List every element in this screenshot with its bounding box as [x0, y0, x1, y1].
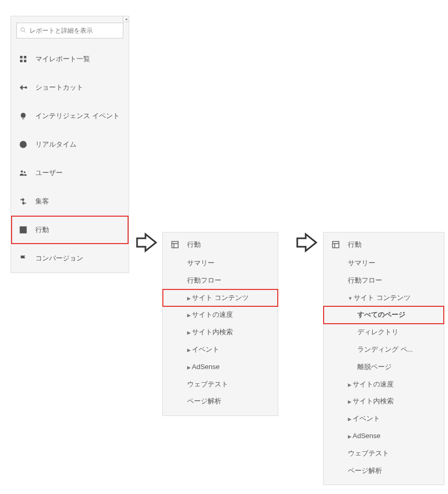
nav-item-label: ショートカット: [35, 83, 83, 92]
subsubmenu-item[interactable]: ランディング ペ...: [324, 341, 444, 359]
submenu-item-label: サマリー: [187, 259, 215, 267]
submenu-item[interactable]: ▶AdSense: [163, 359, 278, 376]
submenu-item[interactable]: サマリー: [163, 255, 278, 272]
submenu-item[interactable]: ▶サイトの速度: [163, 306, 278, 324]
collapse-icon[interactable]: ◂: [123, 16, 129, 22]
subsubmenu-item-label: ランディング ペ...: [357, 345, 413, 353]
submenu-item[interactable]: ▶AdSense: [324, 428, 444, 445]
shortcut-icon: [18, 83, 28, 92]
nav-item-shortcut[interactable]: ショートカット: [11, 73, 129, 102]
submenu-item-label: サイト コンテンツ: [192, 294, 249, 302]
submenu-item[interactable]: 行動フロー: [163, 272, 278, 289]
submenu-item[interactable]: ▼サイト コンテンツ: [324, 289, 444, 307]
nav-item-clock[interactable]: リアルタイム: [11, 130, 129, 159]
svg-rect-11: [20, 227, 26, 233]
svg-rect-3: [24, 56, 26, 59]
submenu-item-label: イベント: [192, 345, 219, 353]
submenu-item-label: サイト内検索: [353, 397, 394, 405]
submenu-item-label: イベント: [353, 414, 380, 422]
caret-right-icon: ▶: [348, 434, 352, 439]
svg-point-0: [21, 27, 25, 31]
bulb-icon: [18, 111, 28, 121]
nav-item-acquisition[interactable]: 集客: [11, 187, 129, 216]
submenu-item[interactable]: ページ解析: [163, 393, 278, 410]
submenu-item-label: サイト内検索: [192, 328, 233, 336]
search-input[interactable]: [30, 27, 120, 34]
nav-item-label: 集客: [35, 197, 49, 206]
flag-icon: [18, 254, 28, 263]
svg-rect-14: [172, 241, 178, 248]
caret-right-icon: ▶: [187, 330, 191, 335]
subsubmenu-item-label: ディレクトリ: [357, 328, 398, 336]
submenu-item[interactable]: ▶サイト内検索: [324, 393, 444, 410]
sidebar-panel-2: 行動 サマリー行動フロー▶サイト コンテンツ▶サイトの速度▶サイト内検索▶イベン…: [162, 232, 278, 416]
subsubmenu-item[interactable]: すべてのページ: [324, 306, 444, 324]
caret-right-icon: ▶: [187, 365, 191, 370]
subsubmenu-item-label: すべてのページ: [357, 311, 405, 318]
submenu-item-label: サイト コンテンツ: [354, 294, 411, 302]
caret-right-icon: ▶: [348, 382, 352, 388]
search-box[interactable]: [16, 23, 123, 38]
caret-right-icon: ▶: [348, 399, 352, 404]
submenu-item[interactable]: ▶イベント: [324, 410, 444, 428]
submenu-item-label: ウェブテスト: [187, 380, 228, 388]
nav-item-label: リアルタイム: [35, 140, 76, 149]
submenu-item[interactable]: ページ解析: [324, 462, 444, 480]
caret-right-icon: ▶: [187, 347, 191, 353]
behavior-icon: [170, 240, 180, 249]
arrow-icon: [136, 232, 157, 253]
svg-point-9: [21, 170, 23, 172]
nav-item-users[interactable]: ユーザー: [11, 159, 129, 187]
nav-item-dashboard[interactable]: マイレポート一覧: [11, 45, 129, 73]
subsubmenu-item[interactable]: ディレクトリ: [324, 324, 444, 341]
subsubmenu-item[interactable]: 離脱ページ: [324, 359, 444, 376]
submenu-item-label: サイトの速度: [353, 380, 394, 388]
clock-icon: [18, 140, 28, 149]
submenu-item-label: ページ解析: [187, 397, 221, 405]
nav-item-bulb[interactable]: インテリジェンス イベント: [11, 102, 129, 130]
subsubmenu-item-label: 離脱ページ: [357, 363, 392, 371]
submenu-item[interactable]: サマリー: [324, 255, 444, 272]
nav-item-label: コンバージョン: [35, 254, 83, 263]
submenu-item-label: 行動フロー: [187, 276, 221, 284]
svg-line-1: [24, 31, 26, 32]
svg-point-7: [25, 87, 27, 89]
dashboard-icon: [18, 54, 28, 64]
behavior-icon: [331, 240, 340, 249]
section-header-behavior[interactable]: 行動: [324, 233, 444, 255]
submenu-item-label: サマリー: [348, 259, 375, 267]
caret-right-icon: ▶: [348, 416, 352, 422]
section-header-label: 行動: [348, 240, 362, 249]
caret-right-icon: ▶: [187, 296, 191, 301]
nav-item-label: ユーザー: [35, 168, 63, 178]
submenu-item-label: AdSense: [353, 432, 381, 440]
users-icon: [18, 168, 28, 178]
nav-item-label: マイレポート一覧: [35, 54, 90, 64]
svg-rect-17: [333, 241, 339, 248]
submenu-item-label: サイトの速度: [192, 311, 233, 318]
acquisition-icon: [18, 197, 28, 206]
submenu-item[interactable]: ウェブテスト: [163, 376, 278, 393]
section-header-behavior[interactable]: 行動: [163, 233, 278, 255]
caret-right-icon: ▶: [187, 313, 191, 318]
nav-item-label: 行動: [35, 225, 49, 235]
svg-rect-4: [20, 60, 23, 62]
nav-item-behavior[interactable]: 行動: [11, 216, 129, 244]
sidebar-panel-3: 行動 サマリー行動フロー▼サイト コンテンツすべてのページディレクトリランディン…: [323, 232, 444, 485]
sidebar-panel-1: ◂ マイレポート一覧ショートカットインテリジェンス イベントリアルタイムユーザー…: [11, 16, 129, 273]
nav-item-label: インテリジェンス イベント: [35, 111, 120, 121]
submenu-item[interactable]: 行動フロー: [324, 272, 444, 289]
svg-point-10: [24, 171, 25, 173]
submenu-item-label: 行動フロー: [348, 276, 382, 284]
submenu-item[interactable]: ウェブテスト: [324, 445, 444, 462]
submenu-item[interactable]: ▶サイト コンテンツ: [163, 289, 278, 307]
caret-down-icon: ▼: [348, 296, 353, 301]
submenu-item[interactable]: ▶イベント: [163, 341, 278, 359]
section-header-label: 行動: [187, 240, 201, 249]
submenu-item[interactable]: ▶サイトの速度: [324, 376, 444, 393]
behavior-icon: [18, 225, 28, 235]
submenu-item-label: ウェブテスト: [348, 449, 389, 457]
search-icon: [20, 27, 26, 35]
submenu-item[interactable]: ▶サイト内検索: [163, 324, 278, 341]
nav-item-flag[interactable]: コンバージョン: [11, 244, 129, 273]
